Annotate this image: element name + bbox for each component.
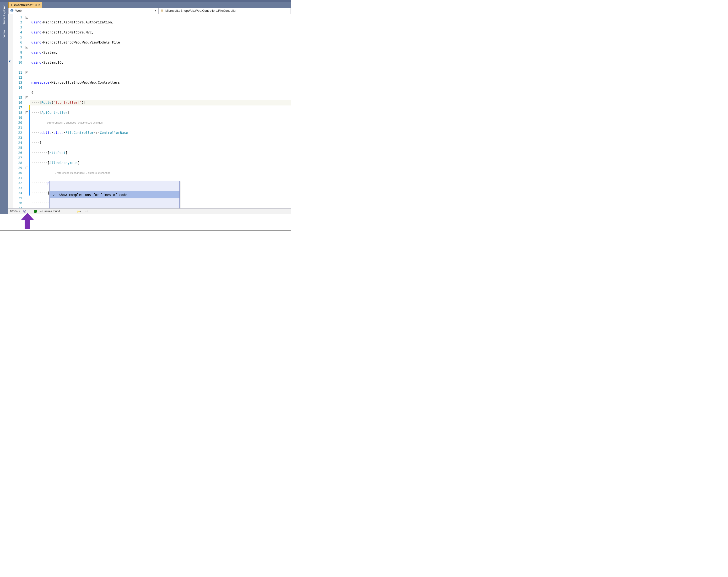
editor-status-bar: 100 % ▼ ✓ No issues found ✨▾ ◁ xyxy=(8,208,291,214)
intellicode-status-icon[interactable] xyxy=(23,209,27,213)
breakpoint-gutter[interactable] xyxy=(8,14,13,208)
method-margin-icon: ◐↑ xyxy=(9,60,13,63)
close-icon[interactable]: ✕ xyxy=(38,4,40,6)
code-token: using xyxy=(31,60,41,64)
code-token: using xyxy=(31,20,41,24)
outline-collapse-icon[interactable]: − xyxy=(26,46,28,49)
nav-back-icon[interactable]: ◁ xyxy=(85,210,87,212)
toolbox-tab[interactable]: Toolbox xyxy=(2,28,6,42)
zoom-level: 100 % xyxy=(10,210,18,213)
popup-item-show-line-completions[interactable]: ✓ Show completions for lines of code xyxy=(50,191,179,198)
outline-collapse-icon[interactable]: − xyxy=(26,16,28,19)
nav-project-combo[interactable]: Web ▼ xyxy=(8,8,158,14)
svg-point-4 xyxy=(24,211,25,212)
nav-type-combo[interactable]: Microsoft.eShopWeb.Web.Controllers.FileC… xyxy=(158,8,291,14)
outline-collapse-icon[interactable]: − xyxy=(26,111,28,114)
code-token: using xyxy=(31,30,41,34)
wand-icon[interactable]: ✨▾ xyxy=(77,210,81,213)
code-token: using xyxy=(31,50,41,54)
check-icon: ✓ xyxy=(51,193,56,197)
callout-arrow-icon xyxy=(21,213,34,230)
code-token: Route xyxy=(41,101,51,104)
line-number-gutter: 12345678910 11121314 1516171819202122232… xyxy=(13,14,25,208)
code-token: ·Microsoft.AspNetCore.Authorization; xyxy=(41,20,114,24)
code-token: ApiController xyxy=(41,111,68,115)
code-token: { xyxy=(47,191,49,195)
code-token: "[controller]" xyxy=(53,101,82,104)
code-token: HttpPost xyxy=(49,151,66,155)
intellicode-popup: ✓ Show completions for lines of code Wai… xyxy=(49,181,180,208)
window-chrome-strip xyxy=(0,0,291,2)
nav-project-label: Web xyxy=(15,9,22,12)
outline-collapse-icon[interactable]: − xyxy=(26,96,28,99)
document-tab-active[interactable]: FileController.cs* ⊟ ✕ xyxy=(8,2,42,8)
server-explorer-tab[interactable]: Server Explorer xyxy=(2,3,6,27)
popup-item-label: Show completions for lines of code xyxy=(59,193,127,197)
outline-collapse-icon[interactable]: − xyxy=(26,167,28,169)
code-token: { xyxy=(31,91,33,94)
code-editor[interactable]: 12345678910 11121314 1516171819202122232… xyxy=(8,14,291,208)
pin-icon[interactable]: ⊟ xyxy=(35,4,37,6)
code-token: ControllerBase xyxy=(100,131,128,134)
code-token: { xyxy=(40,141,41,145)
bottom-whitespace xyxy=(0,214,291,230)
issues-status-label[interactable]: No issues found xyxy=(40,210,60,213)
code-text-area[interactable]: using·Microsoft.AspNetCore.Authorization… xyxy=(30,14,291,208)
zoom-combo[interactable]: 100 % ▼ xyxy=(10,210,20,213)
outline-collapse-icon[interactable]: − xyxy=(26,71,28,74)
code-token: AllowAnonymous xyxy=(49,161,78,165)
code-token: ·Microsoft.eShopWeb.Web.Controllers xyxy=(49,80,120,84)
codelens-method[interactable]: 0 references | 0 changes | 0 authors, 0 … xyxy=(30,170,291,175)
chevron-down-icon: ▼ xyxy=(18,210,20,212)
code-token: using xyxy=(31,41,41,44)
globe-icon xyxy=(10,9,14,12)
code-token: ·System; xyxy=(41,50,57,54)
code-token: class xyxy=(53,131,63,134)
codelens-class[interactable]: 0 references | 0 changes | 0 authors, 0 … xyxy=(30,120,291,125)
code-token: public xyxy=(40,131,52,134)
code-token: ·Microsoft.eShopWeb.Web.ViewModels.File; xyxy=(41,41,122,44)
outlining-gutter[interactable]: − − − − − − xyxy=(25,14,29,208)
code-token: FileController xyxy=(66,131,94,134)
code-token: namespace xyxy=(31,80,49,84)
code-token: ·System.IO; xyxy=(41,60,63,64)
navigation-bar: Web ▼ Microsoft.eShopWeb.Web.Controllers… xyxy=(8,8,291,14)
chevron-down-icon: ▼ xyxy=(155,9,157,12)
code-token: ·Microsoft.AspNetCore.Mvc; xyxy=(41,30,94,34)
tool-window-rail: Server Explorer Toolbox xyxy=(0,2,8,214)
nav-type-label: Microsoft.eShopWeb.Web.Controllers.FileC… xyxy=(165,9,237,12)
document-tab-label: FileController.cs* xyxy=(11,3,33,7)
check-circle-icon: ✓ xyxy=(34,210,37,213)
class-icon xyxy=(160,9,164,12)
document-tab-row: FileController.cs* ⊟ ✕ xyxy=(0,2,291,8)
